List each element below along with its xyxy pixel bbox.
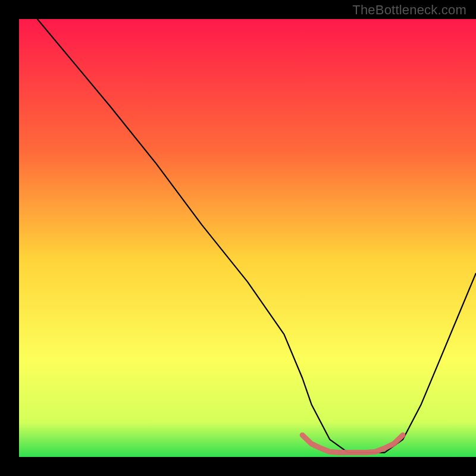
gradient-background bbox=[19, 19, 476, 457]
chart-container: TheBottleneck.com bbox=[0, 0, 476, 476]
watermark-text: TheBottleneck.com bbox=[352, 2, 466, 18]
frame-bottom bbox=[0, 457, 476, 476]
bottleneck-chart bbox=[0, 0, 476, 476]
frame-left bbox=[0, 0, 19, 476]
